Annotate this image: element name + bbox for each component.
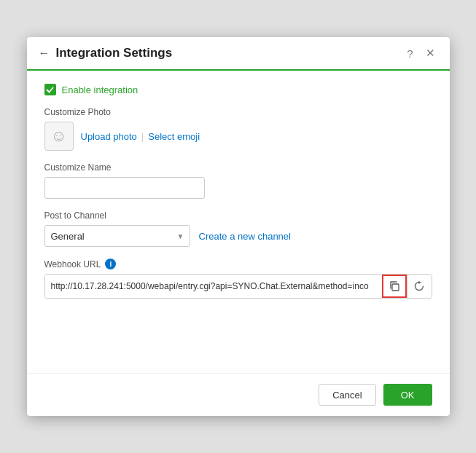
webhook-label-row: Webhook URL i (44, 259, 432, 269)
dialog-title: Integration Settings (56, 46, 397, 60)
svg-rect-0 (392, 284, 399, 291)
select-emoji-link[interactable]: Select emoji (148, 131, 200, 142)
webhook-input-row (44, 274, 432, 299)
back-button[interactable]: ← (39, 47, 50, 60)
customize-name-section: Customize Name (44, 162, 432, 199)
close-icon[interactable]: ✕ (424, 46, 438, 60)
refresh-icon (413, 280, 425, 292)
create-channel-link[interactable]: Create a new channel (199, 231, 291, 242)
webhook-url-section: Webhook URL i (44, 259, 432, 299)
dialog-header: ← Integration Settings ? ✕ (27, 37, 450, 71)
channel-row: General Random development ▼ Create a ne… (44, 225, 432, 247)
copy-icon (389, 280, 400, 292)
post-to-channel-section: Post to Channel General Random developme… (44, 210, 432, 247)
customize-photo-section: Customize Photo ☺ Upload photo | Select … (44, 107, 432, 151)
emoji-placeholder: ☺ (44, 122, 74, 151)
webhook-info-icon[interactable]: i (105, 259, 116, 269)
photo-links: Upload photo | Select emoji (81, 131, 200, 142)
dialog-body: Enable integration Customize Photo ☺ Upl… (27, 71, 450, 373)
photo-row: ☺ Upload photo | Select emoji (44, 122, 432, 151)
channel-select[interactable]: General Random development (44, 225, 190, 247)
ok-button[interactable]: OK (383, 384, 432, 406)
customize-photo-label: Customize Photo (44, 107, 432, 117)
customize-name-label: Customize Name (44, 162, 432, 173)
post-to-channel-label: Post to Channel (44, 210, 432, 221)
dialog-footer: Cancel OK (27, 373, 450, 416)
header-icons: ? ✕ (403, 46, 438, 60)
customize-name-input[interactable] (44, 177, 205, 199)
integration-settings-dialog: ← Integration Settings ? ✕ Enable integr… (27, 37, 450, 416)
channel-select-wrapper: General Random development ▼ (44, 225, 190, 247)
help-icon[interactable]: ? (403, 46, 418, 60)
webhook-url-label: Webhook URL (44, 259, 101, 269)
enable-checkbox[interactable] (44, 84, 56, 95)
webhook-url-input[interactable] (45, 275, 382, 298)
upload-photo-link[interactable]: Upload photo (81, 131, 137, 142)
emoji-icon: ☺ (50, 127, 66, 146)
enable-integration-row: Enable integration (44, 84, 432, 95)
enable-label: Enable integration (62, 84, 138, 95)
copy-button[interactable] (382, 275, 407, 298)
refresh-button[interactable] (407, 275, 432, 298)
cancel-button[interactable]: Cancel (319, 384, 375, 406)
link-divider: | (141, 131, 144, 142)
